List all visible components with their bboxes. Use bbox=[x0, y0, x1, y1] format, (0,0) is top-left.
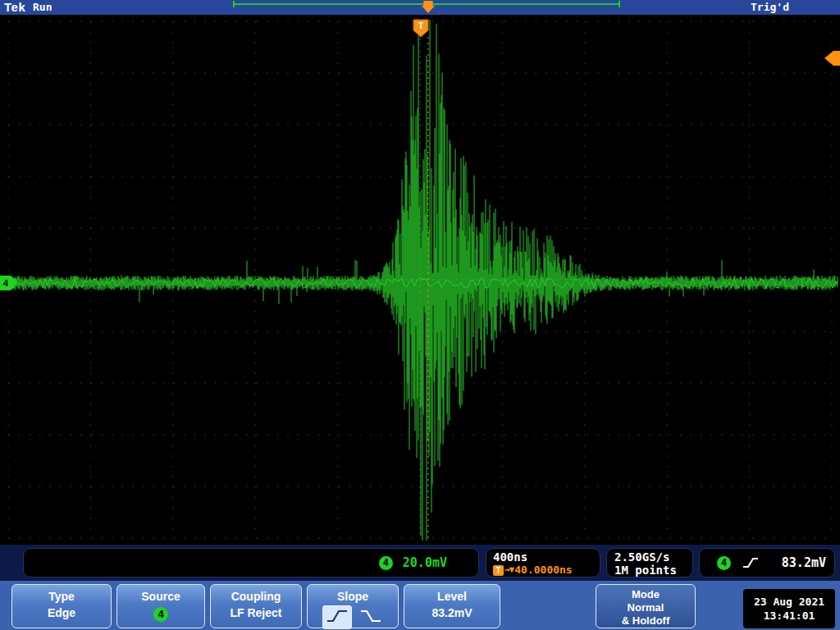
trigger-level-value: 83.2mV bbox=[782, 555, 826, 570]
coupling-value: LF Reject bbox=[211, 606, 301, 619]
slope-label: Slope bbox=[308, 590, 398, 603]
rising-edge-icon bbox=[742, 555, 760, 570]
vertical-scale-value: 20.0mV bbox=[403, 555, 447, 570]
trigger-flag-label: T bbox=[418, 21, 424, 31]
trigger-point-flag[interactable]: T bbox=[413, 20, 428, 37]
coupling-button[interactable]: Coupling LF Reject bbox=[210, 584, 302, 628]
trigger-readout: 4 83.2mV bbox=[699, 548, 835, 578]
source-channel-badge: 4 bbox=[153, 607, 168, 622]
mode-value1: Normal bbox=[596, 601, 695, 614]
scope-canvas: T 4 bbox=[0, 15, 840, 545]
channel4-badge: 4 bbox=[379, 556, 393, 570]
time-value: 13:41:01 bbox=[743, 609, 835, 623]
trigger-status-label: Trig'd bbox=[751, 1, 789, 13]
delay-arrow-icon: →▼ bbox=[504, 564, 514, 577]
falling-slope-option[interactable] bbox=[358, 607, 383, 628]
oscilloscope-screen: Tek Run Trig'd T 4 bbox=[0, 0, 840, 630]
falling-slope-icon bbox=[358, 607, 383, 625]
tek-logo: Tek bbox=[4, 0, 25, 14]
header-bar: Tek Run Trig'd bbox=[0, 0, 840, 15]
mode-label: Mode bbox=[596, 588, 695, 600]
trigger-t-icon: T bbox=[493, 565, 504, 576]
trigger-level-arrow[interactable] bbox=[824, 51, 840, 66]
trigger-delay-readout: T →▼ 40.0000ns bbox=[493, 564, 593, 577]
type-label: Type bbox=[12, 590, 111, 603]
level-value: 83.2mV bbox=[404, 606, 500, 619]
trigger-delay-value: 40.0000ns bbox=[514, 564, 572, 577]
date-value: 23 Aug 2021 bbox=[743, 595, 835, 609]
record-start-tick bbox=[233, 1, 235, 7]
type-value: Edge bbox=[12, 606, 111, 619]
slope-button[interactable]: Slope bbox=[307, 584, 399, 628]
bottom-menu-bar: Type Edge Source 4 Coupling LF Reject Sl… bbox=[0, 581, 840, 630]
acquisition-state-label: Run bbox=[33, 1, 52, 13]
level-label: Level bbox=[404, 590, 500, 603]
horizontal-scale-value: 400ns bbox=[493, 550, 593, 564]
trigger-position-icon[interactable] bbox=[422, 1, 435, 13]
channel4-trace bbox=[2, 20, 838, 541]
waveform-display-area: T 4 bbox=[0, 15, 840, 545]
record-end-tick bbox=[619, 1, 620, 7]
datetime-display: 23 Aug 2021 13:41:01 bbox=[743, 589, 835, 628]
mode-button[interactable]: Mode Normal & Holdoff bbox=[596, 584, 696, 628]
level-button[interactable]: Level 83.2mV bbox=[404, 584, 500, 628]
coupling-label: Coupling bbox=[211, 590, 301, 603]
rising-slope-icon bbox=[325, 607, 349, 625]
source-label: Source bbox=[117, 590, 204, 603]
record-length-value: 1M points bbox=[614, 564, 685, 577]
acquisition-readout: 2.50GS/s 1M points bbox=[606, 548, 693, 578]
readout-strip: 4 20.0mV 400ns T →▼ 40.0000ns 2.50GS/s 1… bbox=[0, 545, 840, 581]
vertical-scale-readout: 4 20.0mV bbox=[23, 548, 479, 578]
mode-value2: & Holdoff bbox=[596, 614, 695, 627]
type-button[interactable]: Type Edge bbox=[11, 584, 112, 628]
source-button[interactable]: Source 4 bbox=[116, 584, 205, 628]
rising-slope-option[interactable] bbox=[322, 605, 352, 629]
channel4-marker-label: 4 bbox=[3, 278, 9, 289]
sample-rate-value: 2.50GS/s bbox=[614, 550, 685, 564]
horizontal-readout: 400ns T →▼ 40.0000ns bbox=[486, 548, 600, 578]
trigger-source-badge: 4 bbox=[717, 556, 731, 570]
